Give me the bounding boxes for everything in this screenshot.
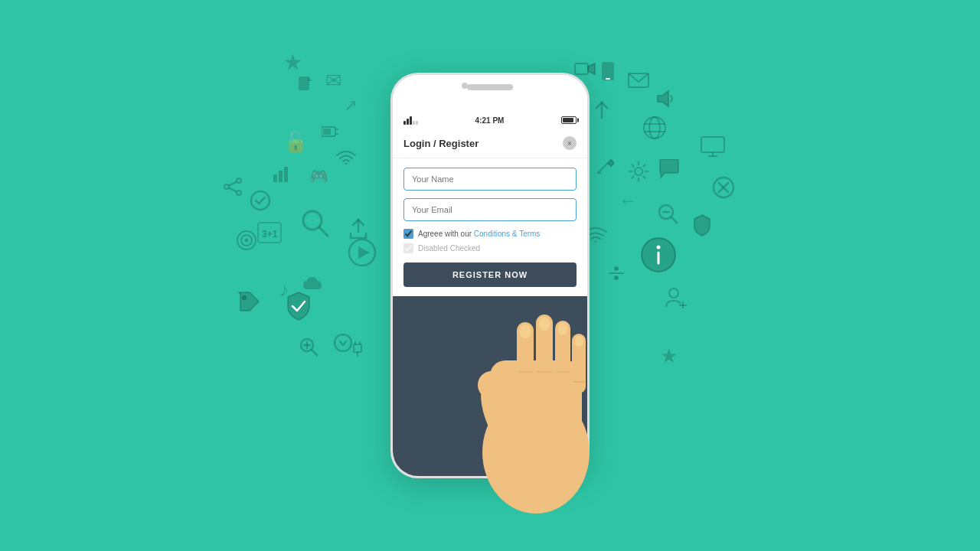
- modal-body: Agreee with our Conditions & Terms Disab…: [393, 158, 587, 296]
- svg-rect-49: [701, 137, 724, 152]
- svg-point-16: [237, 231, 256, 249]
- svg-point-12: [237, 191, 241, 195]
- svg-point-17: [241, 235, 252, 246]
- status-bar: 4:21 PM: [393, 112, 587, 129]
- hand-illustration: [459, 299, 612, 517]
- svg-rect-81: [539, 317, 550, 331]
- svg-line-57: [719, 183, 728, 192]
- svg-marker-47: [608, 160, 614, 166]
- svg-point-11: [237, 178, 241, 183]
- modal-header: Login / Register ×: [393, 129, 587, 158]
- register-button[interactable]: REGISTER NOW: [403, 262, 577, 287]
- svg-marker-22: [358, 246, 370, 259]
- svg-point-13: [224, 184, 229, 189]
- svg-line-30: [312, 350, 317, 355]
- modal-close-button[interactable]: ×: [563, 136, 577, 150]
- x-circle-icon: [712, 176, 735, 199]
- globe-icon: [642, 115, 668, 141]
- gamepad-icon: 🎮: [309, 167, 328, 185]
- phone-icon: [599, 61, 616, 81]
- svg-point-48: [635, 168, 642, 175]
- agree-checkbox[interactable]: [403, 229, 413, 239]
- phone-wrapper: 4:21 PM Login / Register × Agreee with o…: [390, 73, 590, 478]
- bar-chart-icon: [273, 167, 290, 182]
- plug-icon: [348, 337, 367, 358]
- svg-rect-8: [279, 171, 283, 182]
- monitor-icon: [701, 136, 725, 158]
- signal-bar-4: [413, 121, 415, 125]
- svg-rect-2: [322, 127, 335, 136]
- chat-icon: [658, 159, 680, 179]
- svg-rect-3: [323, 129, 331, 135]
- arrow-back-icon: ←: [619, 190, 637, 211]
- shield-icon: [692, 214, 712, 237]
- svg-line-20: [319, 227, 328, 236]
- svg-rect-0: [299, 77, 309, 90]
- battery-icon-bg: [322, 126, 338, 137]
- svg-rect-23: [258, 223, 281, 243]
- play-icon: [347, 237, 377, 268]
- svg-line-53: [671, 217, 677, 223]
- svg-point-21: [349, 240, 375, 266]
- share-icon: [222, 176, 243, 197]
- svg-marker-45: [658, 91, 668, 106]
- target-icon: [236, 230, 257, 251]
- agree-text: Agreee with our: [418, 230, 472, 238]
- agree-link[interactable]: Conditions & Terms: [474, 230, 541, 238]
- svg-point-6: [345, 163, 348, 165]
- svg-text:3+1: 3+1: [262, 229, 278, 240]
- battery-fill: [563, 118, 573, 122]
- svg-point-41: [644, 117, 665, 139]
- zoom-minus-icon: [657, 203, 678, 224]
- signal-bar-2: [407, 119, 409, 125]
- status-time: 4:21 PM: [475, 116, 505, 125]
- arrow-down-icon: [333, 333, 353, 353]
- tag-icon: [237, 291, 260, 315]
- unlock-icon: 🔓: [283, 130, 308, 154]
- login-register-modal: Login / Register × Agreee with our Condi…: [393, 129, 587, 296]
- name-input[interactable]: [403, 168, 577, 191]
- pencil-icon: [597, 157, 614, 174]
- phone-top-bar: [393, 75, 587, 112]
- svg-point-58: [595, 241, 597, 243]
- doc-icon: [297, 77, 314, 96]
- svg-point-62: [642, 238, 675, 272]
- svg-point-61: [615, 276, 618, 279]
- gear-icon: [628, 161, 649, 182]
- svg-line-15: [229, 188, 237, 192]
- shield-check-icon: [285, 291, 312, 321]
- sound-icon: [655, 88, 676, 109]
- svg-point-60: [615, 267, 618, 270]
- svg-rect-35: [602, 62, 614, 80]
- phone-notch: [467, 84, 513, 90]
- agree-checkbox-row: Agreee with our Conditions & Terms: [403, 229, 577, 239]
- star-icon: ★: [283, 50, 302, 75]
- svg-point-55: [714, 178, 733, 197]
- svg-rect-83: [575, 336, 583, 347]
- disabled-checkbox-row: Disabled Checked: [403, 243, 577, 253]
- mail-icon-right: [628, 73, 649, 88]
- svg-rect-36: [606, 78, 610, 80]
- wifi-icon-left: [335, 149, 357, 165]
- svg-rect-7: [273, 174, 277, 182]
- rocket-icon: ↗: [345, 96, 358, 114]
- svg-point-29: [301, 339, 313, 351]
- counter-icon: 3+1: [257, 222, 282, 243]
- email-input[interactable]: [403, 198, 577, 221]
- disabled-label: Disabled Checked: [418, 244, 480, 253]
- svg-line-56: [719, 183, 728, 192]
- star-icon-right: ★: [660, 344, 678, 368]
- modal-title: Login / Register: [403, 138, 479, 149]
- svg-point-33: [335, 334, 351, 351]
- arrow-up-icon: [593, 99, 610, 119]
- svg-line-46: [599, 163, 608, 171]
- svg-marker-1: [308, 77, 312, 81]
- svg-line-14: [229, 182, 237, 186]
- zoom-plus-icon: [299, 337, 318, 357]
- svg-point-34: [243, 296, 247, 300]
- svg-point-65: [669, 289, 678, 298]
- svg-point-18: [245, 239, 249, 243]
- divide-icon: [607, 264, 626, 282]
- svg-point-10: [251, 191, 270, 210]
- mail-icon-left: ✉: [325, 69, 342, 93]
